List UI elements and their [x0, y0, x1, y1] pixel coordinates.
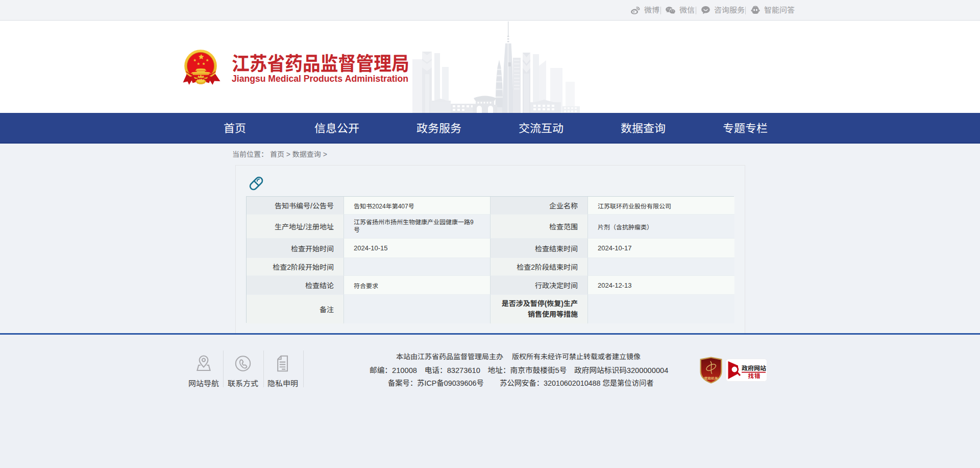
svg-text:党政机关: 党政机关: [704, 376, 718, 381]
svg-text:政府网站: 政府网站: [742, 363, 766, 372]
svg-text:找错: 找错: [748, 371, 761, 380]
